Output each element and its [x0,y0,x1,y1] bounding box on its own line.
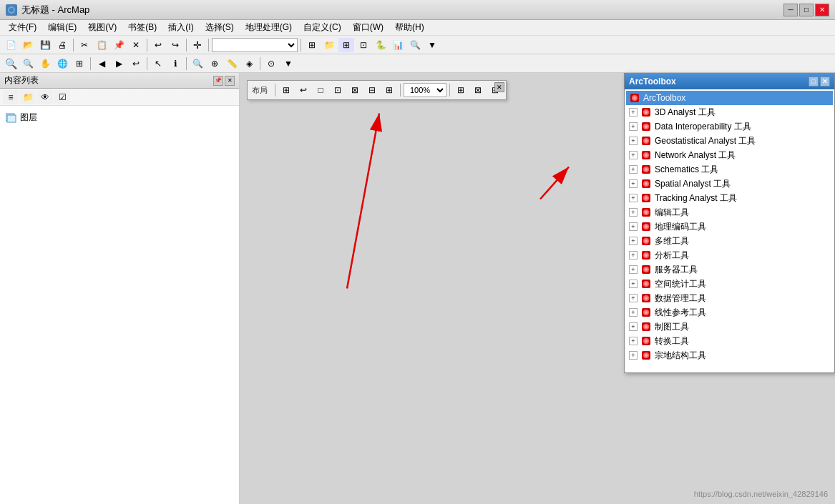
menu-view[interactable]: 视图(V) [82,20,122,35]
atb-item-2[interactable]: + Geostatistical Analyst 工具 [626,134,833,148]
expand-2[interactable]: + [629,137,638,145]
menu-window[interactable]: 窗口(W) [347,20,389,35]
forward-btn[interactable]: ▶ [111,56,127,71]
undo-button[interactable]: ↩ [150,38,166,52]
layout-btn-4[interactable]: ⊡ [330,83,346,97]
menu-select[interactable]: 选择(S) [200,20,240,35]
list-by-visibility-btn[interactable]: 👁 [37,90,53,104]
layout-btn-2[interactable]: ↩ [296,83,311,97]
atb-item-7[interactable]: + 编辑工具 [626,205,833,219]
cut-button[interactable]: ✂ [77,38,92,52]
layout-btn-7[interactable]: ⊞ [381,83,397,97]
atb-item-root[interactable]: ArcToolbox [626,91,833,105]
measure-btn[interactable]: 📏 [224,56,240,71]
layout-btn-9[interactable]: ⊠ [470,83,486,97]
info-btn[interactable]: ℹ [167,56,183,71]
effects-btn[interactable]: ▼ [280,56,296,71]
html-popup-btn[interactable]: ◈ [241,56,257,71]
layout-btn-3[interactable]: □ [313,83,328,97]
atb-restore-btn[interactable]: □ [809,76,819,87]
atb-item-1[interactable]: + Data Interoperability 工具 [626,119,833,134]
atb-close-btn[interactable]: ✕ [820,76,830,87]
globe-btn[interactable]: 🌐 [54,56,70,71]
atb-item-11[interactable]: + 服务器工具 [626,262,833,277]
map-area[interactable]: 布局 ⊞ ↩ □ ⊡ ⊠ ⊟ ⊞ 100% ⊞ ⊠ ⊟ ✕ ArcToolbox… [240,73,835,504]
full-extent-btn[interactable]: ⊞ [72,56,87,71]
expand-4[interactable]: + [629,165,638,174]
new-button[interactable]: 📄 [3,38,19,52]
find-btn[interactable]: 🔍 [190,56,205,71]
expand-15[interactable]: + [629,322,638,331]
layout-btn-5[interactable]: ⊠ [347,83,363,97]
paste-button[interactable]: 📌 [111,38,127,52]
menu-help[interactable]: 帮助(H) [389,20,430,35]
zoom-in-btn[interactable]: 🔍 [3,56,19,71]
atb-item-9[interactable]: + 多维工具 [626,234,833,248]
redo-button[interactable]: ↪ [167,38,183,52]
menu-file[interactable]: 文件(F) [3,20,42,35]
expand-17[interactable]: + [629,351,638,360]
panel-pin-btn[interactable]: 📌 [213,76,223,86]
atb-item-14[interactable]: + 线性参考工具 [626,305,833,320]
layout-btn-6[interactable]: ⊟ [364,83,380,97]
atb-item-12[interactable]: + 空间统计工具 [626,277,833,291]
atb-item-8[interactable]: + 地理编码工具 [626,219,833,234]
expand-14[interactable]: + [629,308,638,317]
expand-3[interactable]: + [629,151,638,159]
list-by-source-btn[interactable]: 📁 [20,90,36,104]
identify-btn[interactable]: ⊕ [207,56,223,71]
expand-10[interactable]: + [629,251,638,260]
menu-bookmark[interactable]: 书签(B) [122,20,162,35]
results-btn[interactable]: 📊 [390,38,406,52]
atb-item-0[interactable]: + 3D Analyst 工具 [626,105,833,119]
minimize-button[interactable]: ─ [783,4,798,16]
open-button[interactable]: 📂 [20,38,36,52]
expand-7[interactable]: + [629,208,638,217]
list-by-drawing-order-btn[interactable]: ≡ [3,90,19,104]
expand-13[interactable]: + [629,294,638,302]
save-button[interactable]: 💾 [37,38,53,52]
layer-dropdown[interactable] [212,38,298,52]
atb-item-5[interactable]: + Spatial Analyst 工具 [626,177,833,191]
print-button[interactable]: 🖨 [54,38,70,52]
delete-button[interactable]: ✕ [128,38,144,52]
menu-edit[interactable]: 编辑(E) [42,20,82,35]
select-elements-btn[interactable]: ↩ [128,56,144,71]
atb-item-13[interactable]: + 数据管理工具 [626,291,833,305]
list-by-selection-btn[interactable]: ☑ [54,90,70,104]
expand-11[interactable]: + [629,265,638,274]
catalog-btn[interactable]: 📁 [321,38,337,52]
panel-close-btn[interactable]: ✕ [225,76,235,86]
swipe-btn[interactable]: ⊙ [263,56,279,71]
atb-item-10[interactable]: + 分析工具 [626,248,833,262]
expand-6[interactable]: + [629,194,638,202]
atb-item-6[interactable]: + Tracking Analyst 工具 [626,191,833,205]
expand-0[interactable]: + [629,108,638,117]
layout-close-btn[interactable]: ✕ [494,82,504,92]
atb-item-3[interactable]: + Network Analyst 工具 [626,148,833,162]
close-button[interactable]: ✕ [815,4,829,16]
atb-item-4[interactable]: + Schematics 工具 [626,162,833,177]
layout-btn-1[interactable]: ⊞ [278,83,294,97]
menu-geoprocessing[interactable]: 地理处理(G) [240,20,298,35]
expand-1[interactable]: + [629,122,638,131]
dropdown-btn[interactable]: ▼ [424,38,440,52]
atb-item-16[interactable]: + 转换工具 [626,334,833,348]
atb-item-17[interactable]: + 宗地结构工具 [626,348,833,362]
layout-btn-8[interactable]: ⊞ [453,83,469,97]
arrow-cursor-btn[interactable]: ↖ [150,56,166,71]
zoom-out-btn[interactable]: 🔍 [20,56,36,71]
back-btn[interactable]: ◀ [94,56,109,71]
add-data-button[interactable]: ✛ [190,38,205,52]
atb-item-15[interactable]: + 制图工具 [626,320,833,334]
menu-insert[interactable]: 插入(I) [162,20,199,35]
expand-9[interactable]: + [629,237,638,245]
search-btn[interactable]: 🔍 [407,38,423,52]
zoom-dropdown[interactable]: 100% [404,83,446,97]
expand-12[interactable]: + [629,280,638,288]
editor-toolbar-btn[interactable]: ⊞ [304,38,320,52]
python-btn[interactable]: 🐍 [373,38,389,52]
menu-customize[interactable]: 自定义(C) [298,20,347,35]
expand-16[interactable]: + [629,337,638,345]
modelbuildier-btn[interactable]: ⊡ [356,38,371,52]
